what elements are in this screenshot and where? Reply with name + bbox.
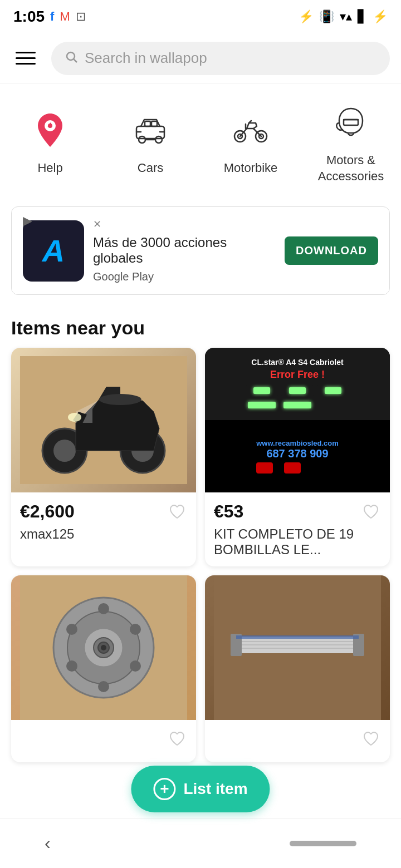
item-image-bearing — [11, 575, 196, 720]
location-pin-icon — [28, 108, 72, 152]
home-indicator — [290, 841, 356, 846]
category-nav: Help Cars — [0, 83, 401, 195]
ad-content: ✕ Más de 3000 acciones globales Google P… — [93, 218, 276, 283]
item-favorite-button-1[interactable] — [167, 502, 187, 522]
svg-point-6 — [155, 136, 162, 143]
category-item-cars[interactable]: Cars — [106, 108, 195, 176]
svg-point-34 — [98, 681, 109, 692]
item-price-1: €2,600 — [20, 501, 75, 522]
svg-line-1 — [74, 59, 77, 62]
status-left-icons: 1:05 f M ⊡ — [13, 8, 86, 26]
ad-logo-letter: A — [42, 233, 65, 269]
svg-point-3 — [48, 124, 52, 128]
svg-point-33 — [130, 660, 141, 672]
fb-icon: f — [50, 9, 54, 24]
gmail-icon: M — [60, 9, 70, 24]
hamburger-menu-button[interactable] — [11, 47, 40, 69]
badge-icon: ⊡ — [76, 9, 86, 24]
item-favorite-button-3[interactable] — [167, 729, 187, 749]
item-info-1: €2,600 xmax125 — [11, 492, 196, 551]
item-info-3 — [11, 720, 196, 762]
ad-logo: A — [23, 220, 84, 282]
section-title-items-near-you: Items near you — [0, 306, 401, 348]
svg-point-0 — [67, 52, 75, 60]
item-card-2[interactable]: CL.star® A4 S4 Cabriolet Error Free ! — [205, 348, 390, 566]
svg-point-35 — [66, 660, 77, 672]
svg-rect-9 — [151, 121, 157, 126]
svg-point-25 — [68, 413, 81, 422]
category-label-help: Help — [37, 160, 62, 176]
category-item-motors-accessories[interactable]: Motors & Accessories — [306, 100, 395, 184]
category-label-motorbike: Motorbike — [224, 160, 278, 176]
category-item-motorbike[interactable]: Motorbike — [206, 108, 295, 176]
svg-point-22 — [53, 440, 76, 462]
item-title-1: xmax125 — [20, 526, 187, 542]
motorbike-icon — [228, 108, 273, 152]
svg-point-24 — [99, 394, 141, 405]
item-price-row-1: €2,600 — [20, 501, 187, 522]
item-card-4[interactable] — [205, 575, 390, 762]
battery-icon: ⚡ — [373, 9, 388, 24]
svg-rect-46 — [236, 635, 359, 639]
item-price-row-4 — [214, 729, 381, 749]
vibrate-icon: 📳 — [319, 9, 334, 24]
ad-flag-indicator: ✕ — [93, 218, 101, 230]
hamburger-line-2 — [16, 57, 36, 59]
item-image-scooter — [11, 348, 196, 492]
ad-sponsored-row: ✕ — [93, 218, 276, 230]
fab-label: List item — [183, 780, 247, 798]
helmet-icon — [329, 100, 373, 145]
signal-icon: ▋ — [358, 9, 367, 24]
svg-point-38 — [101, 645, 106, 650]
item-favorite-button-2[interactable] — [361, 502, 381, 522]
list-item-button[interactable]: + List item — [131, 766, 270, 812]
wifi-icon: ▾▴ — [340, 9, 352, 24]
svg-point-32 — [130, 624, 141, 635]
svg-rect-41 — [236, 641, 359, 642]
status-right-icons: ⚡ 📳 ▾▴ ▋ ⚡ — [299, 9, 388, 24]
led-error-text: Error Free ! — [246, 369, 349, 381]
svg-point-31 — [98, 603, 109, 614]
item-card-1[interactable]: €2,600 xmax125 — [11, 348, 196, 566]
search-icon — [65, 50, 78, 67]
ad-sponsored-icon: ▶ — [23, 214, 32, 228]
status-time: 1:05 — [13, 8, 45, 26]
svg-point-5 — [139, 136, 145, 143]
search-bar[interactable]: Search in wallapop — [51, 42, 390, 75]
back-button[interactable]: ‹ — [45, 833, 51, 854]
search-placeholder-text: Search in wallapop — [85, 50, 207, 67]
fab-plus-icon: + — [153, 778, 175, 800]
ad-banner: ▶ A ✕ Más de 3000 acciones globales Goog… — [11, 206, 390, 295]
items-grid: €2,600 xmax125 CL.star® A4 S4 Cabriolet … — [0, 348, 401, 762]
svg-rect-8 — [145, 121, 150, 126]
item-price-2: €53 — [214, 501, 243, 522]
ad-text: Más de 3000 acciones globales — [93, 235, 276, 266]
hamburger-line-1 — [16, 52, 36, 53]
hamburger-line-3 — [16, 63, 36, 65]
car-icon — [128, 108, 173, 152]
ad-download-button[interactable]: DOWNLOAD — [285, 236, 378, 265]
bluetooth-icon: ⚡ — [299, 9, 314, 24]
item-title-2: KIT COMPLETO DE 19 BOMBILLAS LE... — [214, 526, 381, 558]
svg-point-36 — [66, 624, 77, 635]
led-brand-text: CL.star® A4 S4 Cabriolet — [246, 358, 349, 367]
item-image-led: CL.star® A4 S4 Cabriolet Error Free ! — [205, 348, 390, 492]
item-price-row-3 — [20, 729, 187, 749]
svg-rect-17 — [344, 120, 358, 125]
item-price-row-2: €53 — [214, 501, 381, 522]
category-item-help[interactable]: Help — [6, 108, 95, 176]
item-card-3[interactable] — [11, 575, 196, 762]
item-info-4 — [205, 720, 390, 762]
header: Search in wallapop — [0, 33, 401, 83]
fab-container: + List item — [131, 766, 270, 812]
item-favorite-button-4[interactable] — [361, 729, 381, 749]
category-label-cars: Cars — [138, 160, 163, 176]
item-info-2: €53 KIT COMPLETO DE 19 BOMBILLAS LE... — [205, 492, 390, 566]
svg-rect-43 — [236, 648, 359, 649]
svg-rect-42 — [236, 644, 359, 645]
bottom-nav: ‹ — [0, 818, 401, 868]
item-image-cable — [205, 575, 390, 720]
status-bar: 1:05 f M ⊡ ⚡ 📳 ▾▴ ▋ ⚡ — [0, 0, 401, 33]
category-label-motors-accessories: Motors & Accessories — [306, 152, 395, 184]
ad-store-label: Google Play — [93, 270, 276, 283]
